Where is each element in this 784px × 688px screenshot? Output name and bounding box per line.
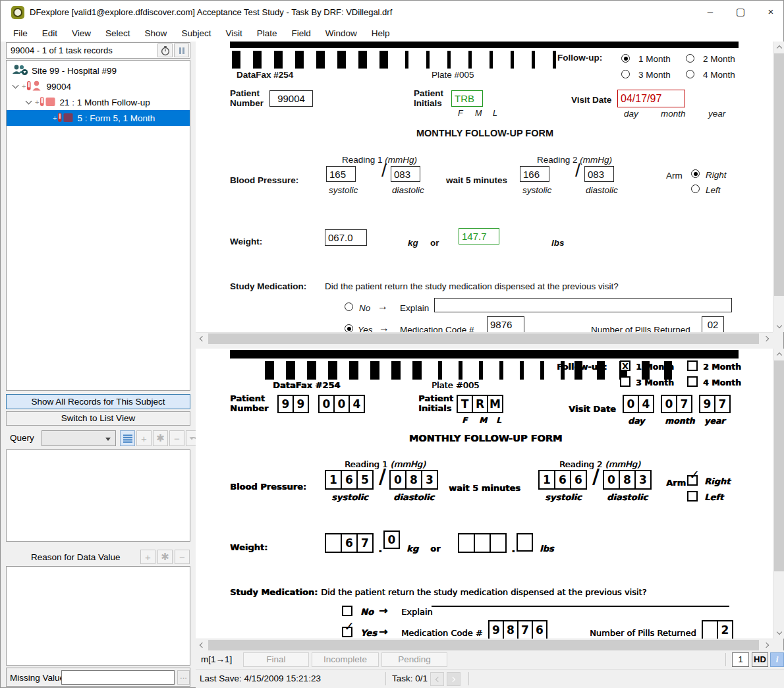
- menu-select[interactable]: Select: [98, 26, 138, 40]
- scroll-left-arrow[interactable]: [196, 333, 207, 344]
- menu-subject[interactable]: Subject: [174, 26, 218, 40]
- bp-reading1-systolic-field[interactable]: 165: [326, 166, 356, 182]
- crf-vertical-scrollbar[interactable]: [773, 42, 784, 332]
- record-status-bar: m[1→1] Final Incomplete Pending 1 HD i: [196, 650, 784, 669]
- scroll-right-arrow[interactable]: [762, 639, 773, 650]
- query-asterisk-button[interactable]: ✱: [153, 430, 168, 446]
- followup-4month-radio[interactable]: [686, 70, 694, 78]
- tree-item-site[interactable]: Site 99 - Hospital #99: [7, 63, 190, 78]
- chevron-down-icon[interactable]: [26, 98, 32, 104]
- med-no-radio[interactable]: [345, 302, 353, 311]
- missing-value-input[interactable]: [61, 670, 175, 685]
- tree-item-visit-label: 21 : 1 Month Follow-up: [59, 98, 150, 107]
- maximize-button[interactable]: ▢: [725, 1, 756, 24]
- scroll-down-arrow[interactable]: [773, 321, 784, 332]
- study-medication-label: Study Medication:: [230, 281, 306, 291]
- pills-returned-label: Number of Pills Returned: [591, 325, 690, 332]
- scroll-thumb[interactable]: [774, 360, 784, 571]
- scroll-up-arrow[interactable]: [773, 42, 784, 53]
- initial-f-label: F: [462, 416, 467, 425]
- app-icon: [11, 6, 24, 19]
- plate-label: Plate #005: [432, 380, 479, 390]
- arrow-icon: →: [379, 604, 387, 617]
- weight-kg-field[interactable]: 067.0: [325, 229, 367, 246]
- pills-returned-field[interactable]: 02: [702, 316, 724, 332]
- menu-view[interactable]: View: [65, 26, 98, 40]
- query-remove-button[interactable]: −: [169, 430, 184, 446]
- final-button[interactable]: Final: [243, 652, 309, 667]
- tree-item-subject[interactable]: + 99004: [7, 78, 190, 94]
- fax-horizontal-scrollbar[interactable]: [196, 639, 773, 650]
- arm-left-radio[interactable]: [691, 185, 700, 193]
- menu-show[interactable]: Show: [138, 26, 175, 40]
- query-text-area[interactable]: [6, 449, 190, 542]
- followup-3month-radio[interactable]: [621, 70, 630, 78]
- bp-slash: /: [575, 160, 580, 181]
- incomplete-button[interactable]: Incomplete: [312, 652, 379, 667]
- explain-field[interactable]: [434, 298, 732, 312]
- next-task-button[interactable]: [447, 672, 461, 686]
- reason-asterisk-button[interactable]: ✱: [157, 550, 173, 564]
- switch-to-list-view-button[interactable]: Switch to List View: [6, 411, 190, 426]
- arm-right-radio[interactable]: [691, 169, 700, 178]
- query-list-button[interactable]: [120, 430, 135, 446]
- bp-reading2-diastolic-field[interactable]: 083: [584, 166, 614, 182]
- medication-code-field[interactable]: 9876: [487, 316, 524, 332]
- menu-window[interactable]: Window: [318, 26, 364, 40]
- scroll-right-arrow[interactable]: [762, 333, 773, 344]
- hd-toggle-button[interactable]: HD: [752, 652, 768, 667]
- previous-task-button[interactable]: [430, 672, 444, 686]
- minimize-button[interactable]: –: [695, 1, 725, 24]
- med-yes-radio[interactable]: [345, 324, 353, 332]
- followup-2month-radio[interactable]: [686, 54, 694, 63]
- page-number-button[interactable]: 1: [732, 652, 749, 667]
- scroll-thumb[interactable]: [774, 53, 784, 296]
- pending-button[interactable]: Pending: [381, 652, 447, 667]
- menu-help[interactable]: Help: [364, 26, 397, 40]
- arm-left-label: Left: [706, 185, 721, 195]
- menu-file[interactable]: File: [6, 26, 35, 40]
- followup-1month-radio[interactable]: [621, 54, 630, 63]
- timer-icon-button[interactable]: [157, 43, 173, 57]
- info-button[interactable]: i: [770, 652, 784, 667]
- chevron-down-icon[interactable]: [13, 82, 19, 88]
- scroll-down-arrow[interactable]: [773, 627, 784, 639]
- arrow-icon: →: [379, 322, 389, 332]
- med-no-checkbox: [342, 606, 352, 616]
- reason-remove-button[interactable]: −: [175, 550, 190, 564]
- subject-icon: [26, 80, 43, 94]
- scroll-left-arrow[interactable]: [196, 639, 207, 650]
- visit-date-field[interactable]: 04/17/97: [617, 90, 685, 107]
- patient-number-field[interactable]: 99004: [269, 90, 313, 107]
- patient-initials-field[interactable]: TRB: [451, 90, 483, 107]
- scroll-up-arrow[interactable]: [773, 349, 784, 360]
- plate-label: Plate #005: [432, 70, 474, 80]
- query-add-button[interactable]: +: [136, 430, 152, 446]
- asterisk-icon: ✱: [161, 551, 169, 563]
- pause-icon-button[interactable]: [174, 43, 189, 57]
- query-dropdown[interactable]: [42, 430, 116, 446]
- followup-3month-checkbox: [620, 376, 630, 387]
- menu-edit[interactable]: Edit: [35, 26, 65, 40]
- tree-item-plate-selected[interactable]: + 5 : Form 5, 1 Month: [7, 110, 190, 126]
- bp-reading2-systolic-field[interactable]: 166: [520, 166, 549, 182]
- menu-field[interactable]: Field: [284, 26, 318, 40]
- reason-text-area[interactable]: [6, 566, 190, 666]
- reason-add-button[interactable]: +: [140, 550, 155, 564]
- close-button[interactable]: ×: [756, 1, 784, 24]
- crf-horizontal-scrollbar[interactable]: [196, 332, 773, 344]
- weight-lbs-field[interactable]: 147.7: [459, 228, 499, 244]
- tree-item-visit[interactable]: + 21 : 1 Month Follow-up: [7, 94, 190, 110]
- menu-plate[interactable]: Plate: [250, 26, 285, 40]
- missing-value-browse-button[interactable]: ...: [177, 670, 190, 685]
- med-question: Did the patient return the study medicat…: [325, 281, 619, 291]
- diastolic-label: diastolic: [586, 185, 618, 195]
- minus-icon: −: [179, 552, 185, 563]
- diastolic-label: diastolic: [392, 185, 424, 195]
- menu-visit[interactable]: Visit: [218, 26, 249, 40]
- bp-reading1-diastolic-field[interactable]: 083: [391, 166, 420, 182]
- scroll-thumb[interactable]: [208, 333, 759, 344]
- fax-vertical-scrollbar[interactable]: [773, 349, 784, 639]
- show-all-records-button[interactable]: Show All Records for This Subject: [6, 394, 190, 409]
- scroll-thumb[interactable]: [208, 640, 759, 650]
